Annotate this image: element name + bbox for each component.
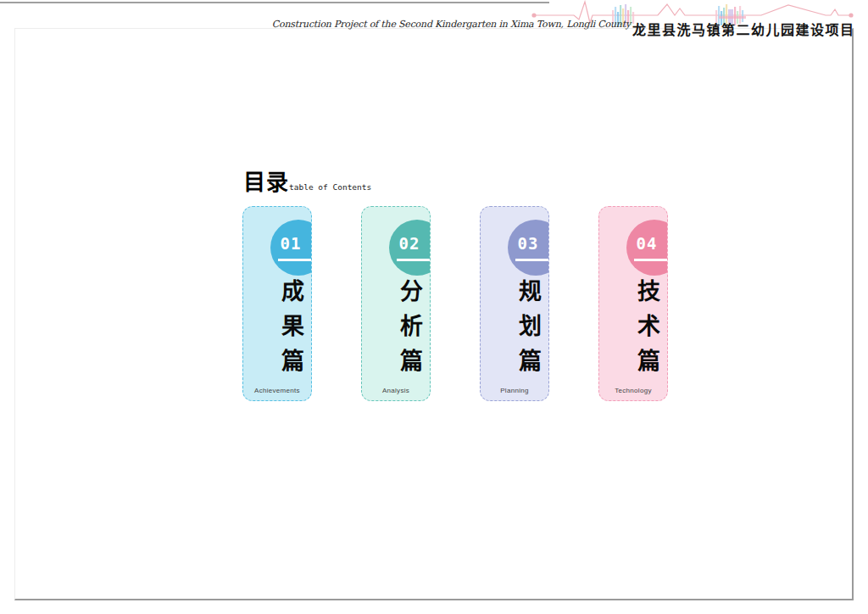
number-underline bbox=[397, 259, 431, 261]
card-title-zh: 分析篇 bbox=[398, 279, 420, 383]
toc-subtitle: table of Contents bbox=[289, 182, 371, 192]
card-number: 01 bbox=[275, 234, 306, 253]
page-border bbox=[14, 28, 854, 600]
toc-card-analysis[interactable]: 02 分析篇 Analysis bbox=[361, 206, 431, 401]
card-label-en: Technology bbox=[599, 387, 667, 394]
card-number: 02 bbox=[394, 234, 425, 253]
top-divider-line bbox=[0, 2, 549, 3]
toc-card-achievements[interactable]: 01 成果篇 Achievements bbox=[242, 206, 312, 401]
toc-card-planning[interactable]: 03 规划篇 Planning bbox=[480, 206, 549, 401]
toc-heading: 目录 table of Contents bbox=[243, 171, 371, 193]
card-label-en: Analysis bbox=[362, 387, 430, 394]
card-title-zh: 规划篇 bbox=[516, 279, 539, 383]
card-number: 03 bbox=[513, 234, 543, 253]
card-number: 04 bbox=[632, 234, 662, 253]
deco-dot-right bbox=[849, 13, 853, 17]
number-underline bbox=[634, 259, 668, 261]
number-underline bbox=[278, 259, 312, 261]
deco-dot-left bbox=[531, 13, 536, 17]
project-title-english: Construction Project of the Second Kinde… bbox=[0, 19, 631, 30]
card-title-zh: 技术篇 bbox=[635, 279, 658, 383]
card-label-en: Planning bbox=[481, 387, 548, 394]
slide-page: Construction Project of the Second Kinde… bbox=[0, 0, 868, 614]
card-label-en: Achievements bbox=[243, 387, 311, 394]
toc-card-technology[interactable]: 04 技术篇 Technology bbox=[598, 206, 668, 401]
project-title-chinese: 龙里县洗马镇第二幼儿园建设项目 bbox=[632, 19, 854, 39]
number-underline bbox=[515, 259, 549, 261]
card-title-zh: 成果篇 bbox=[279, 279, 302, 383]
toc-title: 目录 bbox=[243, 171, 289, 193]
